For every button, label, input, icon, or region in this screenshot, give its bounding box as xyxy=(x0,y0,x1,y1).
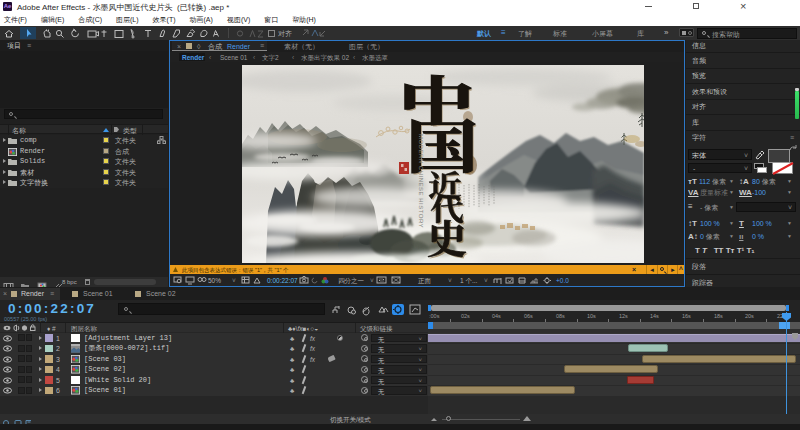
svg-text:MODERN CHINESE HISTORY: MODERN CHINESE HISTORY xyxy=(418,134,424,228)
